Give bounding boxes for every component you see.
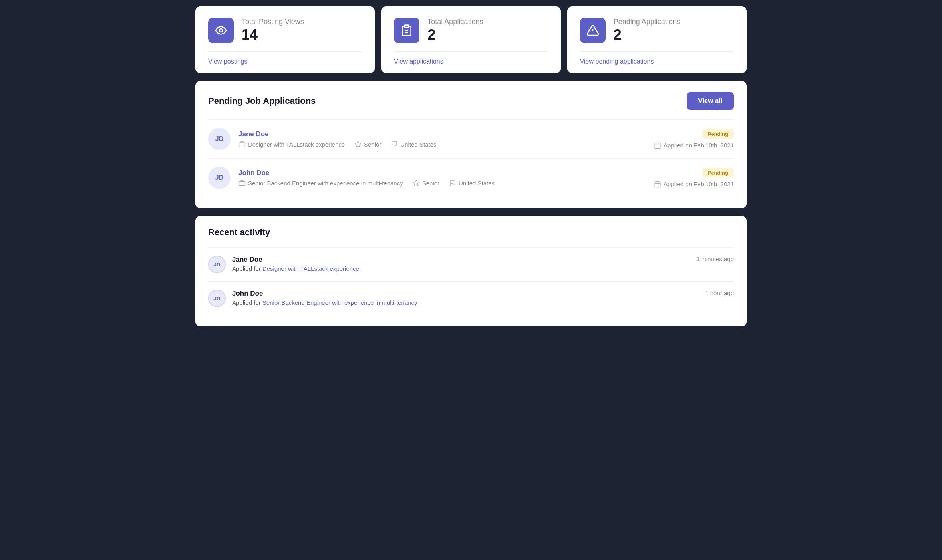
- app-location-jane: United States: [391, 141, 436, 148]
- pending-applications-panel: Pending Job Applications View all JD Jan…: [195, 81, 747, 208]
- activity-desc-john: Applied for Senior Backend Engineer with…: [232, 299, 699, 306]
- stat-label-views: Total Posting Views: [242, 18, 304, 26]
- view-all-button[interactable]: View all: [687, 92, 734, 110]
- svg-marker-14: [413, 180, 419, 186]
- application-row-1: JD Jane Doe Designer with TALLstack expe…: [208, 120, 734, 158]
- svg-rect-6: [239, 143, 245, 147]
- stat-label-apps: Total Applications: [427, 18, 483, 26]
- briefcase-icon-2: [238, 179, 246, 187]
- calendar-icon: [654, 142, 661, 149]
- alert-icon: [586, 24, 599, 37]
- svg-rect-9: [655, 143, 660, 149]
- activity-link-john[interactable]: Senior Backend Engineer with experience …: [262, 299, 417, 306]
- stat-label-pending: Pending Applications: [614, 18, 680, 26]
- activity-row-2: JD John Doe Applied for Senior Backend E…: [208, 282, 734, 315]
- app-name-john: John Doe: [238, 169, 646, 177]
- svg-marker-7: [355, 141, 361, 147]
- stat-card-views: Total Posting Views 14 View postings: [195, 6, 375, 73]
- stat-value-pending: 2: [614, 28, 680, 42]
- activity-avatar-john: JD: [208, 290, 226, 307]
- activity-row-1: JD Jane Doe Applied for Designer with TA…: [208, 248, 734, 281]
- app-level-jane: Senior: [354, 141, 381, 148]
- calendar-icon-2: [654, 181, 661, 188]
- briefcase-icon: [238, 141, 246, 148]
- stat-card-pending: Pending Applications 2 View pending appl…: [567, 6, 747, 73]
- clipboard-icon: [400, 24, 413, 37]
- svg-point-0: [219, 29, 223, 32]
- level-icon-2: [413, 179, 420, 187]
- app-date-john: Applied on Feb 10th, 2021: [654, 181, 734, 188]
- avatar-jane: JD: [208, 128, 231, 150]
- view-postings-link[interactable]: View postings: [208, 58, 247, 65]
- status-badge-john: Pending: [702, 168, 734, 177]
- stats-row: Total Posting Views 14 View postings: [195, 6, 747, 73]
- activity-name-john: John Doe: [232, 290, 699, 298]
- level-icon: [354, 141, 362, 148]
- activity-panel-title: Recent activity: [208, 227, 270, 238]
- svg-rect-1: [405, 25, 409, 27]
- application-row-2: JD John Doe Senior Backend Engineer with…: [208, 159, 734, 197]
- activity-avatar-jane: JD: [208, 256, 226, 273]
- app-date-jane: Applied on Feb 10th, 2021: [654, 142, 734, 149]
- app-name-jane: Jane Doe: [238, 130, 646, 138]
- recent-activity-panel: Recent activity JD Jane Doe Applied for …: [195, 216, 747, 326]
- app-level-john: Senior: [413, 179, 439, 187]
- app-job-jane: Designer with TALLstack experience: [238, 141, 345, 148]
- eye-icon-bg: [208, 18, 234, 43]
- activity-desc-jane: Applied for Designer with TALLstack expe…: [232, 265, 690, 272]
- stat-value-views: 14: [242, 28, 304, 42]
- app-location-john: United States: [449, 179, 495, 187]
- clipboard-icon-bg: [394, 18, 419, 43]
- activity-link-jane[interactable]: Designer with TALLstack experience: [262, 265, 359, 272]
- flag-icon-2: [449, 179, 456, 187]
- svg-rect-13: [239, 181, 245, 186]
- flag-icon: [391, 141, 398, 148]
- activity-time-john: 1 hour ago: [705, 290, 734, 296]
- svg-rect-16: [655, 182, 660, 187]
- activity-time-jane: 3 minutes ago: [696, 256, 734, 262]
- app-job-john: Senior Backend Engineer with experience …: [238, 179, 403, 187]
- stat-card-applications: Total Applications 2 View applications: [381, 6, 560, 73]
- avatar-john: JD: [208, 167, 231, 189]
- stat-value-apps: 2: [427, 28, 483, 42]
- view-pending-link[interactable]: View pending applications: [580, 58, 654, 65]
- status-badge-jane: Pending: [702, 129, 734, 139]
- eye-icon: [215, 24, 227, 37]
- main-content: Total Posting Views 14 View postings: [195, 6, 747, 326]
- activity-name-jane: Jane Doe: [232, 256, 690, 264]
- alert-icon-bg: [580, 18, 606, 43]
- pending-panel-title: Pending Job Applications: [208, 96, 316, 106]
- view-applications-link[interactable]: View applications: [394, 58, 443, 65]
